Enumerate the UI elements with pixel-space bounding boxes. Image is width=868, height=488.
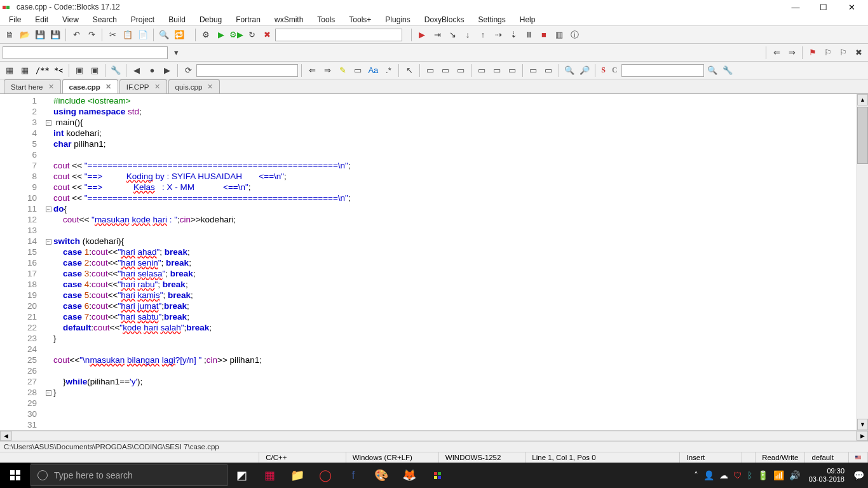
debug-windows-button[interactable]: ▥ <box>552 28 566 42</box>
close-icon[interactable]: ✕ <box>105 83 111 91</box>
undo-button[interactable]: ↶ <box>69 28 83 42</box>
doxy-btn-2[interactable]: ▦ <box>18 64 32 78</box>
paste-button[interactable]: 📄 <box>136 28 150 42</box>
stop-debug-button[interactable]: ■ <box>537 28 551 42</box>
bookmark-clear-button[interactable]: ✖ <box>851 46 865 60</box>
close-button[interactable]: ✕ <box>837 0 865 14</box>
menu-help[interactable]: Help <box>513 14 542 25</box>
zoom-out-button[interactable]: 🔎 <box>578 64 592 78</box>
replace-button[interactable]: 🔁 <box>172 28 186 42</box>
scope-next-button[interactable]: ▾ <box>169 46 183 60</box>
menu-project[interactable]: Project <box>125 14 161 25</box>
rect-3-button[interactable]: ▭ <box>454 64 468 78</box>
break-button[interactable]: ⏸ <box>522 28 536 42</box>
tab-if-cpp[interactable]: IF.CPP✕ <box>119 79 167 93</box>
rect-4-button[interactable]: ▭ <box>475 64 489 78</box>
maximize-button[interactable]: ☐ <box>810 0 837 14</box>
step-into-instr-button[interactable]: ⇣ <box>506 28 520 42</box>
menu-debug[interactable]: Debug <box>193 14 228 25</box>
new-file-button[interactable]: 🗎 <box>3 28 17 42</box>
redo-button[interactable]: ↷ <box>85 28 98 42</box>
menu-tools[interactable]: Tools <box>311 14 341 25</box>
run-to-cursor-button[interactable]: ⇥ <box>430 28 444 42</box>
tray-volume-icon[interactable]: 🔊 <box>789 470 800 480</box>
horizontal-scrollbar[interactable]: ◀ ▶ <box>0 430 868 441</box>
cut-button[interactable]: ✂ <box>105 28 119 42</box>
nav-back-button[interactable]: ⇐ <box>770 46 783 60</box>
bookmark-prev-button[interactable]: ⚐ <box>821 46 835 60</box>
nav-forward-button[interactable]: ⇒ <box>785 46 799 60</box>
scope-dropdown[interactable] <box>3 46 168 59</box>
run-button[interactable]: ▶ <box>214 28 228 42</box>
tab-quis-cpp[interactable]: quis.cpp✕ <box>168 79 220 93</box>
menu-edit[interactable]: Edit <box>29 14 55 25</box>
highlight-button[interactable]: ✎ <box>336 64 349 78</box>
rebuild-button[interactable]: ↻ <box>245 28 259 42</box>
abort-button[interactable]: ✖ <box>260 28 274 42</box>
debug-run-button[interactable]: ▶ <box>415 28 429 42</box>
build-button[interactable]: ⚙ <box>199 28 213 42</box>
taskview-icon[interactable]: ◩ <box>227 463 255 488</box>
rect-5-button[interactable]: ▭ <box>490 64 504 78</box>
tray-clock[interactable]: 09:30 03-03-2018 <box>805 467 848 484</box>
doxy-btn-3[interactable]: ▣ <box>72 64 86 78</box>
close-icon[interactable]: ✕ <box>154 83 160 91</box>
rect-7-button[interactable]: ▭ <box>526 64 540 78</box>
match-case-button[interactable]: Aa <box>366 64 380 78</box>
menu-plugins[interactable]: Plugins <box>379 14 416 25</box>
cursor-button[interactable]: ↖ <box>402 64 416 78</box>
tray-people-icon[interactable]: 👤 <box>703 470 714 480</box>
step-into-button[interactable]: ↓ <box>461 28 475 42</box>
fold-toggle-icon[interactable]: − <box>46 390 51 396</box>
scroll-up-icon[interactable]: ▲ <box>857 94 868 105</box>
select-button[interactable]: ▭ <box>351 64 365 78</box>
close-icon[interactable]: ✕ <box>207 83 213 91</box>
rect-6-button[interactable]: ▭ <box>505 64 519 78</box>
tray-battery-icon[interactable]: 🔋 <box>757 470 768 480</box>
menu-fortran[interactable]: Fortran <box>229 14 267 25</box>
zoom-in-button[interactable]: 🔍 <box>562 64 576 78</box>
menu-settings[interactable]: Settings <box>471 14 512 25</box>
arrow-right-button[interactable]: ⇒ <box>320 64 334 78</box>
menu-toolsplus[interactable]: Tools+ <box>342 14 377 25</box>
firefox-icon[interactable]: 🦊 <box>395 463 423 488</box>
step-out-button[interactable]: ↑ <box>476 28 490 42</box>
facebook-icon[interactable]: f <box>339 463 367 488</box>
tray-onedrive-icon[interactable]: ☁ <box>719 470 728 480</box>
jump-marker-button[interactable]: ● <box>145 64 159 78</box>
tray-notifications-icon[interactable]: 💬 <box>853 470 864 480</box>
menu-view[interactable]: View <box>56 14 85 25</box>
powerpoint-icon[interactable]: ▦ <box>255 463 283 488</box>
save-button[interactable]: 💾 <box>33 28 47 42</box>
close-icon[interactable]: ✕ <box>48 83 54 91</box>
explorer-icon[interactable]: 📁 <box>283 463 311 488</box>
menu-build[interactable]: Build <box>162 14 192 25</box>
rect-2-button[interactable]: ▭ <box>438 64 452 78</box>
start-button[interactable] <box>0 463 31 488</box>
tab-start-here[interactable]: Start here✕ <box>4 79 61 93</box>
search-go-button[interactable]: 🔍 <box>705 64 719 78</box>
build-target-dropdown[interactable] <box>275 29 402 41</box>
copy-button[interactable]: 📋 <box>121 28 135 42</box>
save-all-button[interactable]: 💾 <box>48 28 62 42</box>
doxy-btn-4[interactable]: ▣ <box>88 64 102 78</box>
fold-toggle-icon[interactable]: − <box>46 207 51 212</box>
codeblocks-icon[interactable] <box>423 463 451 488</box>
last-jump-button[interactable]: ⟳ <box>181 64 195 78</box>
tray-chevron-icon[interactable]: ˄ <box>694 470 698 480</box>
options-icon[interactable]: 🔧 <box>721 64 735 78</box>
vertical-scrollbar[interactable]: ▲ ▼ <box>857 94 868 430</box>
scroll-left-icon[interactable]: ◀ <box>0 431 11 441</box>
tray-wifi-icon[interactable]: 📶 <box>773 470 784 480</box>
tab-case-cpp[interactable]: case.cpp✕ <box>62 79 118 93</box>
scroll-right-icon[interactable]: ▶ <box>857 431 868 441</box>
scroll-down-icon[interactable]: ▼ <box>857 419 868 430</box>
minimize-button[interactable]: — <box>782 0 810 14</box>
jump-dropdown[interactable] <box>196 64 298 77</box>
menu-doxyblocks[interactable]: DoxyBlocks <box>418 14 471 25</box>
fold-toggle-icon[interactable]: − <box>46 239 51 245</box>
arrow-left-button[interactable]: ⇐ <box>305 64 319 78</box>
jump-back-button[interactable]: ◀ <box>130 64 144 78</box>
search-dropdown[interactable] <box>621 64 704 77</box>
tray-shield-icon[interactable]: 🛡 <box>733 470 742 480</box>
